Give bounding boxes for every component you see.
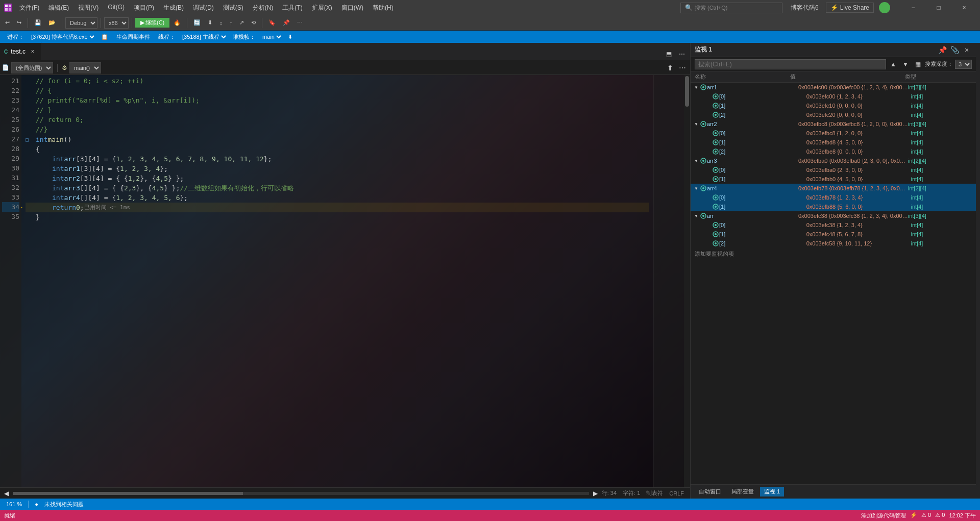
bottom-status-bar: 161 % ● 未找到相关问题 xyxy=(0,499,980,510)
toolbar-sep-1 xyxy=(28,18,28,28)
arr3-0-type: int[4] xyxy=(911,167,972,173)
code-nums-32: 2,3 xyxy=(124,183,136,193)
platform-select[interactable]: x86 xyxy=(104,17,129,29)
menu-git[interactable]: Git(G) xyxy=(104,3,129,13)
menu-test[interactable]: 测试(S) xyxy=(219,3,248,13)
watch-close[interactable]: × xyxy=(962,45,972,55)
search-down-btn[interactable]: ▼ xyxy=(900,59,911,69)
menu-view[interactable]: 视图(V) xyxy=(74,3,103,13)
search-filter-btn[interactable]: ▦ xyxy=(913,59,923,69)
watch-item-arr4[interactable]: arr4 0x003efb78 {0x003efb78 {1, 2, 3, 4}… xyxy=(691,184,976,193)
editor-expand[interactable]: ⬆ xyxy=(665,62,676,73)
watch-item-arr[interactable]: arr 0x003efc38 {0x003efc38 {1, 2, 3, 4},… xyxy=(691,211,976,220)
watch-add-item[interactable]: 添加要监视的项 xyxy=(691,248,976,260)
toolbar-step-out[interactable]: ↑ xyxy=(227,19,236,27)
debug-config-select[interactable]: Debug xyxy=(65,17,97,29)
editor-vscroll-thumb[interactable] xyxy=(685,76,689,107)
watch-item-arr3-0[interactable]: [0] 0x003efba0 {2, 3, 0, 0} int[4] xyxy=(691,165,976,175)
toolbar-step-over[interactable]: ↕ xyxy=(216,19,226,27)
toolbar-fire[interactable]: 🔥 xyxy=(170,18,184,27)
debug-process-select[interactable]: [37620] 博客代码6.exe xyxy=(29,33,96,40)
maximize-button[interactable]: □ xyxy=(927,0,950,15)
watch-item-arr3-1[interactable]: [1] 0x003efbb0 {4, 5, 0, 0} int[4] xyxy=(691,175,976,184)
menu-debug[interactable]: 调试(D) xyxy=(189,3,218,13)
watch-pin2[interactable]: 📎 xyxy=(949,45,960,55)
search-bar[interactable]: 🔍 搜索 (Ctrl+Q) xyxy=(680,3,782,13)
toolbar-more[interactable]: ⋯ xyxy=(294,18,306,27)
hscrollbar[interactable] xyxy=(13,492,589,495)
editor-more[interactable]: ⋯ xyxy=(677,62,688,73)
watch-item-arr4-0[interactable]: [0] 0x003efb78 {1, 2, 3, 4} int[4] xyxy=(691,193,976,202)
collapse-icon-27[interactable]: □ xyxy=(26,137,29,142)
toolbar-open[interactable]: 📂 xyxy=(45,18,59,27)
expand-arr3[interactable] xyxy=(693,157,700,164)
auto-window-tab[interactable]: 自动窗口 xyxy=(695,487,725,497)
source-control[interactable]: 添加到源代码管理 xyxy=(861,512,906,519)
tab-more[interactable]: ⋯ xyxy=(676,48,688,60)
tab-split[interactable]: ⬒ xyxy=(663,48,675,60)
arr3-1-val: 0x003efbb0 {4, 5, 0, 0} xyxy=(806,176,911,182)
debug-lifecycle-label: 📋 xyxy=(98,34,111,40)
scope-select[interactable]: (全局范围) xyxy=(11,62,53,73)
menu-extensions[interactable]: 扩展(X) xyxy=(308,3,336,13)
menu-project[interactable]: 项目(P) xyxy=(130,3,158,13)
watch-item-arr1-2[interactable]: [2] 0x003efc20 {0, 0, 0, 0} int[4] xyxy=(691,110,976,119)
toolbar-run-to-cursor[interactable]: ↗ xyxy=(236,18,247,27)
debug-stack-select[interactable]: main xyxy=(260,33,283,40)
menu-file[interactable]: 文件(F) xyxy=(15,3,43,13)
toolbar-rewind[interactable]: ⟲ xyxy=(248,18,259,27)
toolbar-bookmark2[interactable]: 📌 xyxy=(280,18,293,27)
watch-item-arr1-1[interactable]: [1] 0x003efc10 {0, 0, 0, 0} int[4] xyxy=(691,101,976,110)
watch-item-arr-1[interactable]: [1] 0x003efc48 {5, 6, 7, 8} int[4] xyxy=(691,230,976,239)
locals-tab[interactable]: 局部变量 xyxy=(727,487,758,497)
function-select[interactable]: main() xyxy=(69,62,101,73)
depth-select[interactable]: 3 xyxy=(955,60,972,69)
watch-item-arr2-0[interactable]: [0] 0x003efbc8 {1, 2, 0, 0} int[4] xyxy=(691,129,976,138)
toolbar-save[interactable]: 💾 xyxy=(31,18,44,27)
toolbar-redo[interactable]: ↪ xyxy=(14,18,24,27)
menu-analyze[interactable]: 分析(N) xyxy=(249,3,278,13)
tab-close-button[interactable]: × xyxy=(29,47,37,56)
tab-test-c[interactable]: C test.c × xyxy=(0,42,41,60)
menu-edit[interactable]: 编辑(E) xyxy=(44,3,73,13)
watch-search-input[interactable] xyxy=(695,59,886,69)
watch-item-arr2-2[interactable]: [2] 0x003efbe8 {0, 0, 0, 0} int[4] xyxy=(691,147,976,156)
live-share-button[interactable]: ⚡ Live Share xyxy=(826,3,874,13)
debug-expand-icon[interactable]: ⬇ xyxy=(285,34,296,40)
search-up-btn[interactable]: ▲ xyxy=(888,59,898,69)
user-avatar[interactable] xyxy=(879,2,890,13)
close-button[interactable]: × xyxy=(952,0,976,15)
watch-item-arr3[interactable]: arr3 0x003efba0 {0x003efba0 {2, 3, 0, 0}… xyxy=(691,156,976,165)
watch-item-arr4-1[interactable]: [1] 0x003efb88 {5, 6, 0, 0} int[4] xyxy=(691,202,976,211)
arr1-type: int[3][4] xyxy=(908,84,972,90)
menu-build[interactable]: 生成(B) xyxy=(159,3,188,13)
watch-items-list[interactable]: arr1 0x003efc00 {0x003efc00 {1, 2, 3, 4}… xyxy=(691,83,976,484)
expand-arr[interactable] xyxy=(693,212,700,219)
watch-item-arr1[interactable]: arr1 0x003efc00 {0x003efc00 {1, 2, 3, 4}… xyxy=(691,83,976,92)
menu-window[interactable]: 窗口(W) xyxy=(337,3,368,13)
menu-help[interactable]: 帮助(H) xyxy=(369,3,398,13)
code-lines[interactable]: // for (i = 0; i < sz; ++i) // { // prin… xyxy=(21,75,653,487)
watch-pin[interactable]: 📌 xyxy=(937,45,947,55)
watch-item-arr2-1[interactable]: [1] 0x003efbd8 {4, 5, 0, 0} int[4] xyxy=(691,138,976,147)
watch-item-arr-2[interactable]: [2] 0x003efc58 {9, 10, 11, 12} int[4] xyxy=(691,239,976,248)
scroll-right[interactable]: ▶ xyxy=(593,490,598,497)
debug-thread-select[interactable]: [35188] 主线程 xyxy=(180,33,228,40)
minimize-button[interactable]: − xyxy=(901,0,925,15)
editor-scrollbar[interactable] xyxy=(684,75,690,487)
toolbar-step-into[interactable]: ⬇ xyxy=(205,18,215,27)
watch-item-arr2[interactable]: arr2 0x003efbc8 {0x003efbc8 {1, 2, 0, 0}… xyxy=(691,119,976,129)
menu-tools[interactable]: 工具(T) xyxy=(278,3,306,13)
continue-button[interactable]: ▶ 继续(C) xyxy=(135,18,169,28)
toolbar-restart[interactable]: 🔄 xyxy=(190,18,204,27)
scroll-left[interactable]: ◀ xyxy=(4,490,9,497)
expand-arr1[interactable] xyxy=(693,84,700,91)
code-editor[interactable]: 21 22 23 24 25 26 27 28 29 30 31 32 33 3… xyxy=(0,75,690,487)
toolbar-bookmark[interactable]: 🔖 xyxy=(265,18,279,27)
watch-item-arr-0[interactable]: [0] 0x003efc38 {1, 2, 3, 4} int[4] xyxy=(691,220,976,230)
expand-arr4[interactable] xyxy=(693,185,700,192)
expand-arr2[interactable] xyxy=(693,120,700,128)
watch1-tab[interactable]: 监视 1 xyxy=(760,487,784,497)
toolbar-undo[interactable]: ↩ xyxy=(2,18,13,27)
watch-item-arr1-0[interactable]: [0] 0x003efc00 {1, 2, 3, 4} int[4] xyxy=(691,92,976,101)
